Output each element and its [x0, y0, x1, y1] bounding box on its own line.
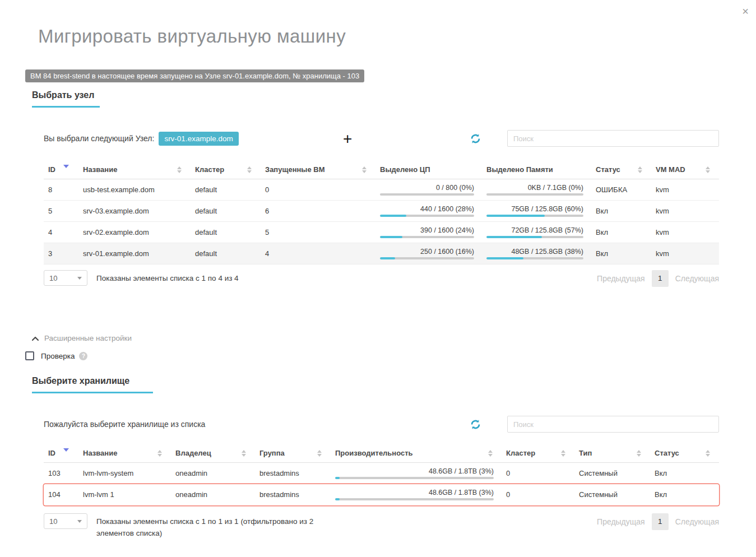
- nodes-table-body: 8usb-test.example.domdefault00 / 800 (0%…: [44, 179, 719, 264]
- column-header[interactable]: Группа: [255, 449, 331, 457]
- cell-group: brestadmins: [255, 469, 331, 477]
- column-header[interactable]: Кластер: [502, 449, 574, 457]
- sort-icon: [561, 450, 565, 457]
- column-header-label: Кластер: [195, 165, 224, 174]
- column-header[interactable]: Кластер: [191, 165, 261, 174]
- page-size-select[interactable]: 10: [44, 270, 87, 286]
- column-header[interactable]: VM MAD: [651, 165, 719, 174]
- next-page-button[interactable]: Следующая: [675, 270, 719, 287]
- cell-vm_mad: kvm: [651, 228, 719, 236]
- prev-page-button[interactable]: Предыдущая: [597, 513, 645, 530]
- refresh-icon: [470, 419, 481, 430]
- cell-id: 104: [44, 490, 78, 499]
- column-header-label: Название: [83, 165, 117, 174]
- sort-icon: [637, 450, 641, 457]
- cell-name: usb-test.example.dom: [78, 185, 191, 194]
- nodes-table: IDНазваниеКластерЗапущенные ВМВыделено Ц…: [44, 160, 719, 264]
- vm-info-badge: ВМ 84 brest-stend в настоящее время запу…: [25, 69, 364, 82]
- sort-icon: [177, 166, 182, 173]
- cell-mem_text: 48GB / 125.8GB (38%): [482, 248, 591, 259]
- column-header[interactable]: Название: [78, 165, 191, 174]
- column-header-label: ID: [48, 165, 55, 174]
- close-icon[interactable]: ×: [742, 6, 749, 17]
- cell-mem_text: 75GB / 125.8GB (60%): [482, 205, 591, 217]
- cell-cpu_text: 440 / 1600 (28%): [375, 205, 482, 217]
- page-size-select[interactable]: 10: [44, 513, 87, 529]
- column-header[interactable]: Запущенные ВМ: [261, 165, 375, 174]
- sort-desc-icon: [63, 452, 69, 460]
- table-row[interactable]: 4srv-02.example.domdefault5390 / 1600 (2…: [44, 222, 719, 243]
- prev-page-button[interactable]: Предыдущая: [597, 270, 645, 287]
- cell-cpu_text: 0 / 800 (0%): [375, 184, 482, 196]
- cell-name: srv-02.example.dom: [78, 228, 191, 236]
- column-header[interactable]: Название: [78, 449, 171, 457]
- table-row[interactable]: 8usb-test.example.domdefault00 / 800 (0%…: [44, 179, 719, 201]
- cell-cluster: 0: [502, 490, 574, 499]
- chevron-down-icon: [77, 277, 82, 280]
- sort-icon: [242, 450, 246, 457]
- selected-node-label: Вы выбрали следующий Узел:: [44, 134, 154, 143]
- column-header-label: Производительность: [335, 449, 413, 457]
- storages-pagination: 10 Показаны элементы списка с 1 по 1 из …: [44, 513, 719, 539]
- cell-status: Вкл: [591, 249, 651, 258]
- sort-icon: [706, 166, 710, 173]
- selected-node-chip[interactable]: srv-01.example.dom: [159, 132, 238, 146]
- table-row[interactable]: 103lvm-lvm-systemoneadminbrestadmins48.6…: [44, 463, 719, 484]
- sort-icon: [362, 166, 367, 173]
- storage-search-input[interactable]: [507, 416, 719, 433]
- cell-type: Системный: [574, 490, 650, 499]
- sort-desc-icon: [63, 168, 69, 177]
- column-header-label: ID: [48, 449, 55, 457]
- column-header-label: Название: [83, 449, 117, 457]
- storages-table-body: 103lvm-lvm-systemoneadminbrestadmins48.6…: [44, 463, 719, 505]
- cell-owner: oneadmin: [171, 490, 255, 499]
- cell-status: Вкл: [591, 228, 651, 236]
- progress-bar: [486, 257, 583, 259]
- storages-table: IDНазваниеВладелецГруппаПроизводительнос…: [44, 444, 719, 505]
- table-row[interactable]: 3srv-01.example.domdefault4250 / 1600 (1…: [44, 243, 719, 264]
- cell-perf_text: 48.6GB / 1.8TB (3%): [331, 489, 502, 500]
- chevron-down-icon: [77, 520, 82, 523]
- advanced-settings-toggle[interactable]: Расширенные настройки: [32, 334, 756, 342]
- refresh-button[interactable]: [469, 418, 482, 431]
- next-page-button[interactable]: Следующая: [675, 513, 719, 530]
- progress-bar: [486, 215, 583, 217]
- cell-status: ОШИБКА: [591, 185, 651, 194]
- column-header[interactable]: Владелец: [171, 449, 255, 457]
- cell-cluster: 0: [502, 469, 574, 477]
- column-header[interactable]: ID: [44, 447, 78, 460]
- column-header[interactable]: Выделено ЦП: [375, 165, 482, 174]
- column-header[interactable]: Производительность: [331, 449, 502, 457]
- cell-name: lvm-lvm-system: [78, 469, 171, 477]
- cell-id: 5: [44, 207, 78, 215]
- progress-bar: [380, 193, 474, 196]
- nodes-pagination: 10 Показаны элементы списка с 1 по 4 из …: [44, 270, 719, 287]
- verify-checkbox[interactable]: [25, 351, 34, 360]
- help-icon[interactable]: ?: [79, 352, 87, 360]
- column-header-label: Выделено Памяти: [486, 165, 553, 174]
- column-header[interactable]: Статус: [591, 165, 651, 174]
- current-page-button[interactable]: 1: [652, 270, 669, 287]
- cell-vm_mad: kvm: [651, 249, 719, 258]
- column-header[interactable]: Статус: [650, 449, 719, 457]
- table-row[interactable]: 5srv-03.example.domdefault6440 / 1600 (2…: [44, 201, 719, 222]
- tab-select-node[interactable]: Выбрать узел: [32, 90, 100, 108]
- progress-bar: [486, 193, 583, 196]
- cell-running_vms: 5: [261, 228, 375, 236]
- column-header-label: Кластер: [506, 449, 535, 457]
- verify-checkbox-label: Проверка: [41, 352, 75, 360]
- progress-bar: [380, 257, 474, 259]
- node-search-input[interactable]: [507, 130, 719, 147]
- column-header-label: Запущенные ВМ: [265, 165, 325, 174]
- cell-id: 8: [44, 185, 78, 194]
- column-header-label: Статус: [655, 449, 679, 457]
- table-row[interactable]: 104lvm-lvm 1oneadminbrestadmins48.6GB / …: [44, 484, 719, 505]
- column-header[interactable]: ID: [44, 163, 78, 177]
- column-header[interactable]: Выделено Памяти: [482, 165, 591, 174]
- tab-select-storage[interactable]: Выберите хранилище: [32, 376, 153, 393]
- column-header[interactable]: Тип: [574, 449, 650, 457]
- migrate-vm-modal: × Мигрировать виртуальную машину ВМ 84 b…: [0, 26, 756, 539]
- current-page-button[interactable]: 1: [652, 513, 669, 530]
- refresh-button[interactable]: [469, 132, 482, 145]
- storages-table-header: IDНазваниеВладелецГруппаПроизводительнос…: [44, 444, 719, 463]
